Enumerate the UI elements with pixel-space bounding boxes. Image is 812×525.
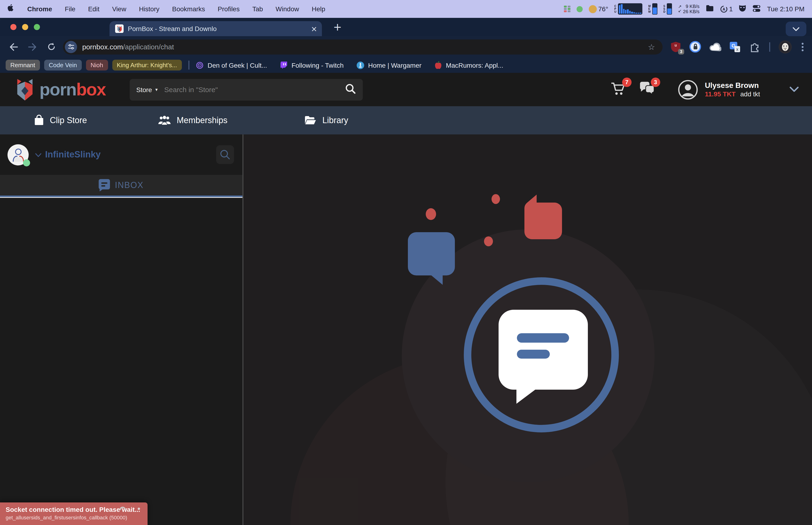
menubar-item-tab[interactable]: Tab — [252, 5, 263, 13]
ssd-widget[interactable]: SSD — [663, 3, 672, 15]
inbox-chat-icon — [99, 179, 110, 191]
tab-group-chip[interactable]: King Arthur: Knight's... — [112, 60, 182, 71]
menubar-item-view[interactable]: View — [112, 5, 126, 13]
status-dot-icon[interactable] — [577, 6, 583, 12]
user-switch-chevron-icon[interactable] — [35, 150, 41, 159]
menubar-item-file[interactable]: File — [65, 5, 75, 13]
bookmark-star-icon[interactable]: ☆ — [648, 42, 658, 51]
mem-label: MEM — [648, 5, 650, 13]
nav-item-label: Library — [322, 115, 348, 125]
weather-widget[interactable]: 76° — [589, 5, 608, 13]
ublock-extension-icon[interactable]: u 3 — [669, 41, 682, 53]
tab-group-chip[interactable]: Remnant — [6, 60, 40, 71]
account-info[interactable]: Ulysese Brown 11.95 TKT add tkt — [705, 80, 775, 99]
tab-inbox-label: INBOX — [115, 180, 143, 190]
add-ticket-link[interactable]: add tkt — [740, 90, 760, 99]
temperature: 76° — [598, 5, 608, 13]
mask-app-icon[interactable] — [739, 5, 747, 13]
nav-item-library[interactable]: Library — [305, 106, 348, 134]
toggles-menu-icon[interactable] — [753, 4, 761, 13]
toast-detail: get_allusersids_and_firstusersinfos_call… — [6, 515, 142, 520]
reload-button[interactable] — [44, 42, 58, 51]
site-nav: Clip Store Memberships Library — [0, 106, 812, 134]
1password-extension-icon[interactable] — [689, 41, 702, 53]
cpu-graph-icon — [618, 3, 642, 15]
translate-extension-icon[interactable]: Gx — [729, 41, 741, 53]
socket-error-toast[interactable]: Socket connection timed out. Please wait… — [0, 502, 148, 525]
ssd-meter-icon — [667, 3, 672, 15]
online-status-dot — [23, 159, 30, 166]
tab-group-chip[interactable]: Nioh — [86, 60, 108, 71]
browser-menu-icon[interactable] — [799, 43, 806, 51]
mem-meter-icon — [652, 3, 657, 15]
nav-item-clip-store[interactable]: Clip Store — [34, 106, 87, 134]
menubar-item-help[interactable]: Help — [312, 5, 325, 13]
svg-text:x: x — [736, 47, 738, 51]
apple-icon[interactable] — [7, 4, 15, 14]
site-settings-icon[interactable] — [65, 41, 77, 53]
messages-button[interactable]: 3 — [639, 81, 655, 97]
input-source-widget[interactable]: A 1 — [720, 5, 733, 13]
bookmark-item[interactable]: Den of Geek | Cult... — [196, 61, 267, 69]
pornbox-logo-icon — [15, 78, 35, 101]
bookmark-label: MacRumors: Appl... — [446, 61, 503, 69]
chat-username[interactable]: InfiniteSlinky — [45, 149, 101, 160]
search-input[interactable] — [164, 86, 345, 93]
istat-menus-icon[interactable] — [564, 6, 570, 12]
account-avatar[interactable] — [678, 80, 698, 100]
bookmark-item[interactable]: MacRumors: Appl... — [434, 61, 503, 69]
menubar-app-name[interactable]: Chrome — [27, 5, 52, 13]
account-name: Ulysese Brown — [705, 80, 775, 90]
window-minimize-button[interactable] — [22, 24, 28, 30]
menubar-item-edit[interactable]: Edit — [88, 5, 99, 13]
account-menu-chevron-icon[interactable] — [790, 85, 799, 94]
tab-favicon-icon — [115, 25, 124, 33]
cart-badge: 7 — [622, 77, 631, 87]
den-of-geek-favicon-icon — [196, 61, 204, 69]
window-close-button[interactable] — [10, 24, 16, 30]
search-submit-icon[interactable] — [345, 83, 356, 96]
menubar-item-profiles[interactable]: Profiles — [218, 5, 240, 13]
search-scope-dropdown[interactable]: Store ▾ — [136, 86, 158, 93]
tab-group-chip[interactable]: Code Vein — [44, 60, 82, 71]
menubar-item-window[interactable]: Window — [276, 5, 299, 13]
bookmark-item[interactable]: Following - Twitch — [280, 61, 344, 69]
chevron-down-icon — [793, 27, 799, 31]
browser-profile-avatar[interactable] — [779, 40, 792, 53]
tab-inbox[interactable]: INBOX — [0, 175, 243, 196]
network-widget[interactable]: ↗↙ 9 KB/s 26 KB/s — [678, 4, 700, 14]
tab-title: PornBox - Stream and Downlo — [128, 25, 307, 32]
nav-item-memberships[interactable]: Memberships — [158, 106, 227, 134]
browser-tab-active[interactable]: PornBox - Stream and Downlo × — [109, 21, 322, 36]
tab-divider — [0, 197, 243, 198]
forward-button[interactable] — [25, 43, 40, 51]
bookmark-item[interactable]: Home | Wargamer — [356, 61, 422, 69]
folder-menu-icon[interactable] — [706, 5, 714, 13]
back-button[interactable] — [6, 43, 21, 51]
cpu-widget[interactable]: CPU — [614, 3, 642, 15]
chat-search-button[interactable] — [216, 145, 234, 164]
toast-close-icon[interactable] — [138, 508, 140, 510]
pornbox-logo[interactable]: pornbox — [15, 78, 106, 101]
menubar-item-bookmarks[interactable]: Bookmarks — [172, 5, 205, 13]
extensions-puzzle-icon[interactable] — [748, 41, 761, 53]
input-count: 1 — [729, 5, 733, 13]
network-arrows-icon: ↗↙ — [678, 5, 681, 13]
red-speech-bubble — [524, 195, 562, 239]
cloud-extension-icon[interactable] — [709, 41, 721, 53]
nav-item-label: Memberships — [177, 115, 227, 125]
browser-tabstrip: PornBox - Stream and Downlo × + — [0, 18, 812, 36]
cart-button[interactable]: 7 — [611, 81, 626, 97]
chat-user-avatar[interactable] — [7, 144, 29, 165]
memory-widget[interactable]: MEM — [648, 3, 657, 15]
new-tab-button[interactable]: + — [333, 21, 342, 33]
input-source-icon: A — [720, 5, 727, 13]
tab-close-icon[interactable]: × — [311, 24, 317, 33]
url-path: /application/chat — [123, 43, 174, 51]
tab-search-button[interactable] — [786, 21, 806, 36]
menubar-clock[interactable]: Tue 2:10 PM — [767, 5, 805, 13]
window-zoom-button[interactable] — [34, 24, 40, 30]
menubar-item-history[interactable]: History — [139, 5, 159, 13]
nav-item-label: Clip Store — [50, 115, 87, 125]
address-bar[interactable]: pornbox.com/application/chat ☆ — [63, 39, 662, 54]
